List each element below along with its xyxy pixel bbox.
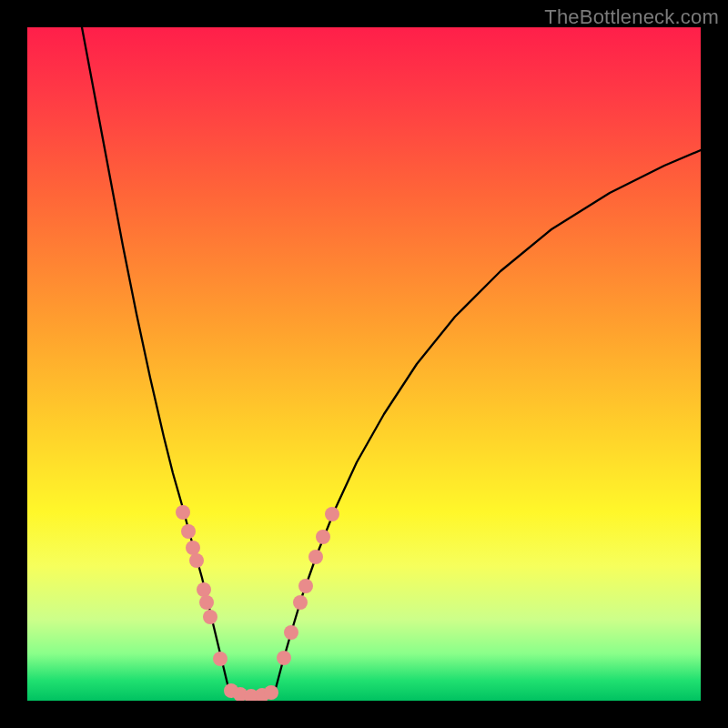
scatter-dot: [316, 530, 330, 544]
plot-area: [27, 27, 701, 701]
scatter-dot: [325, 507, 339, 521]
scatter-dot: [181, 524, 196, 539]
scatter-dot: [176, 505, 190, 520]
scatter-dot: [264, 685, 278, 700]
curve-svg: [27, 27, 701, 701]
scatter-dot: [203, 610, 217, 624]
scatter-dot: [298, 579, 313, 593]
scatter-dot: [199, 595, 214, 610]
watermark-text: TheBottleneck.com: [544, 5, 719, 29]
scatter-dot: [189, 553, 204, 568]
scatter-dot: [277, 651, 291, 665]
scatter-dot: [308, 550, 323, 564]
scatter-dot: [197, 582, 211, 597]
scatter-dot: [293, 595, 308, 610]
bottleneck-curve: [82, 27, 701, 696]
scatter-dot: [284, 625, 298, 640]
chart-frame: TheBottleneck.com: [0, 0, 728, 728]
scatter-dot: [213, 652, 228, 666]
scatter-dot: [186, 541, 200, 555]
scatter-dots: [176, 505, 339, 701]
